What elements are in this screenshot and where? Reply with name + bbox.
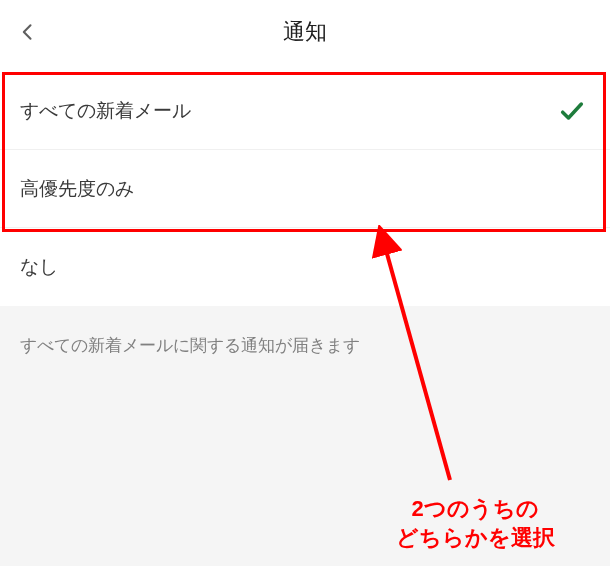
option-all-new-mail[interactable]: すべての新着メール <box>0 72 610 150</box>
footer-note: すべての新着メールに関する通知が届きます <box>20 334 590 357</box>
footer-area: すべての新着メールに関する通知が届きます <box>0 306 610 566</box>
option-label: なし <box>20 254 58 280</box>
page-title: 通知 <box>283 17 327 47</box>
check-icon <box>558 97 586 125</box>
option-label: すべての新着メール <box>20 98 191 124</box>
header: 通知 <box>0 0 610 64</box>
option-list: すべての新着メール 高優先度のみ なし <box>0 72 610 306</box>
back-icon[interactable] <box>16 20 40 44</box>
option-label: 高優先度のみ <box>20 176 134 202</box>
option-high-priority-only[interactable]: 高優先度のみ <box>0 150 610 228</box>
option-none[interactable]: なし <box>0 228 610 306</box>
